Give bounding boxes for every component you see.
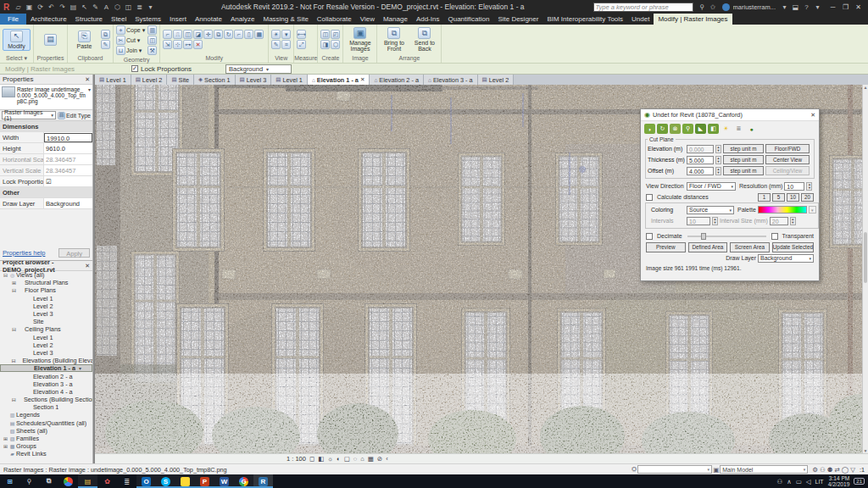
detail-level-icon[interactable]: ◧ (318, 455, 324, 463)
ribbon-tab[interactable]: Steel (107, 14, 131, 25)
parts-icon[interactable]: ◨ (320, 40, 330, 49)
tree-item[interactable]: ⊟ Sections (Building Section) (0, 396, 92, 403)
sync-icon[interactable]: ⟳ (35, 3, 46, 11)
override-icon[interactable]: ✎ (271, 40, 281, 49)
people-tray-icon[interactable]: ⚇ (776, 478, 782, 485)
interval-size-input[interactable]: 20 (770, 217, 788, 225)
dimension-icon[interactable]: ⤢ (297, 40, 306, 49)
clock[interactable]: 3:14 PM4/2/2019 (828, 475, 850, 487)
modify-button[interactable]: ↖Modify (3, 29, 31, 51)
start-button[interactable]: ⊞ (0, 474, 19, 488)
bulb-icon[interactable]: ☀ (721, 124, 732, 134)
tree-item[interactable]: ⊟ Elevations (Building Elevation) (0, 357, 92, 364)
paint-icon[interactable]: ◧ (708, 124, 719, 134)
measure-icon[interactable]: ⟷ (297, 30, 306, 39)
properties-help-link[interactable]: Properties help (3, 249, 45, 257)
tree-item[interactable]: ▰ Revit Links (0, 450, 92, 458)
ribbon-tab[interactable]: Collaborate (313, 14, 356, 25)
ribbon-tab[interactable]: Manage (379, 14, 412, 25)
crop-view-icon[interactable]: ▢ (344, 455, 350, 463)
unlocked-view-icon[interactable]: ⌂ (360, 455, 364, 463)
tree-expander-icon[interactable]: ⊟ (11, 396, 17, 402)
tree-item[interactable]: ⊞ ▩ Groups (0, 442, 92, 450)
tree-expander-icon[interactable]: ⊞ (11, 280, 17, 286)
property-row[interactable]: Horizontal Scale 28.346457 (0, 154, 92, 165)
spinner[interactable] (715, 145, 721, 153)
tree-item[interactable]: Section 1 (0, 403, 92, 411)
mirror-draw-icon[interactable]: ◪ (193, 30, 203, 39)
ribbon-tab[interactable]: Systems (131, 14, 165, 25)
ribbon-tab[interactable]: Architecture (26, 14, 71, 25)
value-input[interactable]: 5.000 (687, 156, 714, 164)
action-button[interactable]: Floor/FWD (765, 144, 810, 153)
restore-button[interactable]: ❐ (839, 3, 852, 11)
file-tab[interactable]: File (0, 14, 26, 25)
properties-close-icon[interactable]: ✕ (85, 76, 90, 83)
action-button[interactable]: Center View (765, 155, 810, 164)
tree-item[interactable]: ▤ Schedules/Quantities (all) (0, 419, 92, 427)
unpin-icon[interactable]: ⊶ (183, 40, 192, 49)
user-dropdown-icon[interactable]: ▾ (779, 3, 790, 11)
property-row[interactable]: Draw Layer Background (0, 198, 92, 209)
search-go-icon[interactable]: ⚲ (697, 3, 708, 11)
app-icon-chrome[interactable] (58, 474, 78, 488)
text-icon[interactable]: A (101, 3, 112, 11)
volume-icon[interactable]: ◁ (806, 478, 811, 485)
property-row[interactable]: Other (0, 187, 92, 198)
palette-dropdown-icon[interactable]: ▾ (809, 206, 816, 214)
tree-expander-icon[interactable]: ⊟ (11, 358, 16, 363)
selection-filter-icon[interactable]: ▽ (850, 466, 855, 474)
app-icon-word[interactable]: W (214, 474, 234, 488)
linework-icon[interactable]: ≡ (281, 40, 291, 49)
revit-logo-icon[interactable]: R (0, 3, 13, 12)
collapse-viewbar-icon[interactable]: ‹ (386, 455, 388, 463)
property-row[interactable]: Vertical Scale 28.346457 (0, 165, 92, 176)
project-browser-close-icon[interactable]: ✕ (85, 263, 90, 269)
view-tab-level-1b[interactable]: ▤ Level 1 (271, 75, 308, 85)
ribbon-tab[interactable]: View (356, 14, 379, 25)
edit-type-button[interactable]: ▤Edit Type (58, 112, 91, 119)
save-icon[interactable]: ▣ (24, 3, 35, 11)
coloring-select[interactable]: Source (687, 206, 734, 214)
cope-icon[interactable]: ⌖ (116, 25, 125, 35)
close-view-icon[interactable]: ✕ (360, 76, 364, 83)
preset-button[interactable]: 20 (801, 193, 814, 202)
tree-expander-icon[interactable]: ⊟ (3, 272, 8, 278)
slider-thumb[interactable] (701, 233, 706, 240)
dialog-button[interactable]: Preview (646, 242, 686, 252)
dialog-button[interactable]: Screen Area (730, 242, 770, 252)
rotate-icon[interactable]: ↻ (224, 30, 233, 39)
ribbon-tab[interactable]: Analyze (226, 14, 259, 25)
undo-icon[interactable]: ↶ (46, 3, 57, 11)
default-3d-view-icon[interactable]: ⬡ (112, 3, 123, 11)
property-row[interactable]: Dimensions (0, 121, 92, 132)
tree-item[interactable]: ⊟ Ceiling Plans (0, 325, 92, 333)
offset-icon[interactable]: ⎍ (173, 30, 182, 39)
dialog-button[interactable]: Update Selected (772, 242, 814, 252)
view-tab-level-3[interactable]: ▤ Level 3 (236, 75, 272, 85)
sun-path-icon[interactable]: ☼ (327, 455, 333, 463)
type-selector[interactable]: Raster image undetimage_0.000_5.000_4.00… (0, 85, 92, 110)
show-hidden-icons-chevron[interactable]: ∧ (787, 478, 792, 485)
network-icon[interactable]: ▭ (796, 478, 802, 485)
action-button[interactable]: Ceiling/View (765, 166, 810, 175)
close-button[interactable]: ✕ (852, 3, 865, 11)
help-search-input[interactable]: Type a keyword or phrase (593, 3, 693, 12)
open-points-icon[interactable]: ◗ (644, 124, 655, 134)
find-icon[interactable]: ⚲ (682, 124, 693, 134)
tree-item[interactable]: ⊞ Structural Plans (0, 279, 92, 286)
view-tab-site[interactable]: ▤ Site (167, 75, 194, 85)
help-dropdown-icon[interactable]: ▾ (812, 3, 823, 11)
ribbon-tab[interactable]: Quantification (443, 14, 493, 25)
transparent-checkbox[interactable] (771, 233, 778, 240)
close-points-icon[interactable]: ⊗ (670, 124, 681, 134)
task-view-button[interactable]: ⧉ (39, 474, 58, 488)
group-icon[interactable]: ◫ (320, 30, 330, 39)
app-store-icon[interactable]: ⬓ (790, 3, 801, 11)
manage-images-button[interactable]: ▣ Manage Images (346, 26, 374, 53)
spinner[interactable] (715, 156, 721, 164)
tree-item[interactable]: Elevation 3 - a (0, 380, 92, 388)
language-indicator[interactable]: LIT (815, 479, 824, 485)
search-button[interactable]: ⚲ (19, 474, 39, 488)
cut-icon[interactable]: ✂ (116, 36, 125, 45)
